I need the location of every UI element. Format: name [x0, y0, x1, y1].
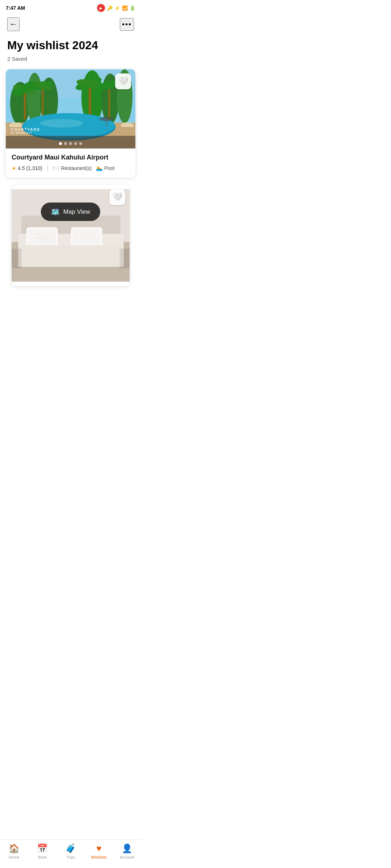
dot-1-active [59, 142, 62, 145]
wishlist-heart-button-1[interactable]: 🤍 [115, 73, 131, 89]
more-options-button[interactable]: ••• [120, 18, 134, 31]
cards-container: 🤍 COURTYARD BY MARRIOTT Courtyard Ma [0, 69, 141, 286]
amenity-restaurant: 🍽️ Restaurant(s) [52, 165, 92, 171]
status-bar: 7:47 AM ▶ 🔑 ⚡ 📶 🔋 [0, 0, 141, 14]
key-icon: 🔑 [107, 5, 113, 11]
recording-icon: ▶ [97, 4, 105, 12]
saved-count: 2 Saved [7, 56, 134, 62]
hotel-logo-1: COURTYARD BY MARRIOTT [11, 128, 40, 134]
card-amenities-1: ★ 4.5 (1,310) | 🍽️ Restaurant(s) 🏊 Pool [12, 164, 130, 172]
heart-icon-2: 🤍 [113, 192, 122, 202]
svg-rect-11 [108, 88, 110, 120]
wifi-icon: 📶 [122, 5, 128, 11]
status-icons: ▶ 🔑 ⚡ 📶 🔋 [97, 4, 135, 12]
pool-label: Pool [104, 165, 114, 171]
status-time: 7:47 AM [6, 5, 25, 11]
back-button[interactable]: ← [7, 17, 20, 31]
battery-icon: 🔋 [130, 5, 135, 11]
star-icon-1: ★ [12, 165, 16, 171]
restaurant-label: Restaurant(s) [61, 165, 92, 171]
wishlist-heart-button-2[interactable]: 🤍 [109, 189, 125, 205]
dot-4 [74, 142, 77, 145]
amenity-divider-1: | [47, 164, 49, 172]
dot-2 [64, 142, 67, 145]
hotel-card-1[interactable]: 🤍 COURTYARD BY MARRIOTT Courtyard Ma [6, 69, 135, 178]
map-icon: 🗺️ [51, 208, 60, 216]
rating-value-1: 4.5 (1,310) [18, 165, 42, 171]
pool-icon: 🏊 [96, 165, 103, 171]
hotel-card-2[interactable]: 🤍 🗺️ Map View [12, 185, 130, 286]
svg-rect-27 [123, 123, 132, 125]
bluetooth-icon: ⚡ [114, 5, 120, 11]
dot-5 [79, 142, 82, 145]
image-dots-1 [59, 142, 82, 145]
dot-3 [69, 142, 72, 145]
svg-rect-29 [106, 119, 107, 126]
svg-rect-9 [42, 88, 43, 120]
map-view-button[interactable]: 🗺️ Map View [41, 203, 100, 221]
top-nav: ← ••• [0, 14, 141, 34]
page-title: My wishlist 2024 [7, 38, 134, 52]
heart-icon-1: 🤍 [118, 77, 128, 86]
hotel-name-1: Courtyard Maui Kahului Airport [12, 154, 130, 161]
rating-1: ★ 4.5 (1,310) [12, 165, 42, 171]
map-view-label: Map View [63, 208, 90, 216]
svg-rect-8 [24, 91, 26, 120]
page-header: My wishlist 2024 2 Saved [0, 34, 141, 69]
amenity-pool: 🏊 Pool [96, 165, 114, 171]
svg-point-23 [40, 119, 83, 128]
svg-rect-25 [11, 123, 20, 125]
card-info-1: Courtyard Maui Kahului Airport ★ 4.5 (1,… [6, 149, 135, 178]
card-image-1: 🤍 COURTYARD BY MARRIOTT [6, 69, 135, 149]
restaurant-icon: 🍽️ [52, 165, 59, 171]
